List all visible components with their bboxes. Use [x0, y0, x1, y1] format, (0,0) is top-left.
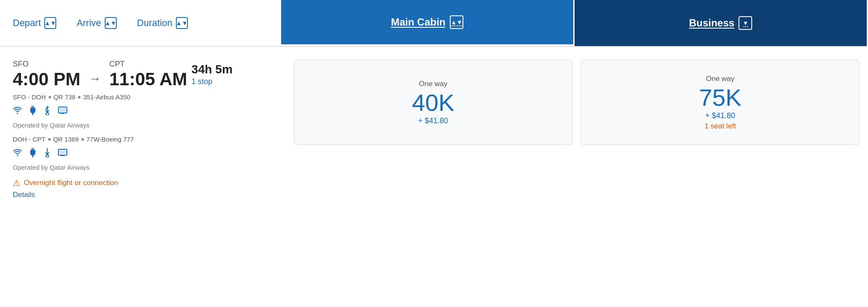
- svg-rect-11: [32, 155, 34, 157]
- svg-point-12: [46, 155, 49, 157]
- segment1-operator: Operated by Qatar Airways: [13, 122, 285, 129]
- business-price-card[interactable]: One way 75K + $41.80 1 seat left: [581, 60, 859, 145]
- svg-rect-2: [32, 113, 34, 115]
- depart-sort-button[interactable]: Depart ▲▼: [13, 17, 56, 29]
- power-icon: [29, 106, 37, 117]
- depart-airport: SFO: [13, 60, 80, 69]
- segment1-amenities: [13, 106, 285, 117]
- segment1-route: SFO - DOH: [13, 93, 46, 101]
- segment1-aircraft: 351-Airbus A350: [83, 93, 130, 101]
- business-cash: + $41.80: [705, 111, 736, 120]
- segment2-wifi-icon: [13, 149, 22, 159]
- arrive-time: 11:05 AM: [109, 70, 187, 89]
- price-cards: One way 40K + $41.80 One way 75K + $41.8…: [294, 60, 868, 145]
- segment2-amenities: [13, 148, 285, 159]
- business-tab[interactable]: Business ▼: [575, 0, 868, 46]
- depart-block: SFO 4:00 PM: [13, 60, 80, 89]
- warning-triangle-icon: ⚠: [13, 178, 20, 188]
- arrive-airport: CPT: [109, 60, 187, 69]
- arrive-sort-icon: ▲▼: [105, 17, 117, 29]
- svg-rect-15: [61, 155, 64, 156]
- main-cabin-text: Main Cabin: [391, 16, 445, 28]
- flight-info: SFO 4:00 PM → CPT 11:05 AM 34h 5m 1 stop…: [13, 60, 294, 199]
- depart-sort-icon: ▲▼: [44, 17, 56, 29]
- main-cabin-cash: + $41.80: [418, 116, 448, 125]
- segment2-route-info: DOH - CPT QR 1369 77W-Boeing 777: [13, 136, 285, 143]
- main-cabin-price-card[interactable]: One way 40K + $41.80: [294, 60, 572, 145]
- svg-rect-8: [61, 113, 64, 114]
- business-miles: 75K: [699, 86, 742, 110]
- flight-results-container: Depart ▲▼ Arrive ▲▼ Duration ▲▼ Main Cab…: [0, 0, 868, 307]
- depart-time: 4:00 PM: [13, 70, 80, 89]
- main-cabin-one-way: One way: [419, 80, 447, 88]
- arrive-sort-label: Arrive: [77, 17, 101, 29]
- business-one-way: One way: [706, 75, 734, 83]
- duration-sort-icon: ▲▼: [176, 17, 188, 29]
- business-seats-left: 1 seat left: [704, 122, 736, 130]
- header-row: Depart ▲▼ Arrive ▲▼ Duration ▲▼ Main Cab…: [0, 0, 868, 47]
- business-text: Business: [689, 17, 735, 29]
- business-label: Business ▼: [689, 16, 753, 30]
- svg-point-3: [46, 113, 49, 115]
- arrow-icon: →: [89, 72, 101, 86]
- segment2-usb-icon: [43, 148, 51, 159]
- dot2: [78, 96, 80, 98]
- wifi-icon: [13, 107, 22, 116]
- main-cabin-sort-icon: ▲▼: [450, 15, 463, 29]
- dot1: [49, 96, 51, 98]
- duration-block: 34h 5m 1 stop: [192, 63, 233, 86]
- duration-sort-button[interactable]: Duration ▲▼: [137, 17, 188, 29]
- duration-sort-label: Duration: [137, 17, 172, 29]
- svg-rect-5: [47, 107, 49, 108]
- segment2-aircraft: 77W-Boeing 777: [86, 136, 134, 143]
- arrive-block: CPT 11:05 AM: [109, 60, 187, 89]
- main-cabin-tab[interactable]: Main Cabin ▲▼: [281, 0, 575, 46]
- arrive-sort-button[interactable]: Arrive ▲▼: [77, 17, 116, 29]
- overnight-text: Overnight flight or connection: [24, 179, 118, 187]
- business-sort-icon: ▼: [739, 16, 752, 30]
- duration-value: 34h 5m: [192, 63, 233, 76]
- segment2-operator: Operated by Qatar Airways: [13, 164, 285, 171]
- usb-icon: [43, 106, 51, 117]
- depart-sort-label: Depart: [13, 17, 41, 29]
- svg-rect-7: [59, 108, 66, 112]
- svg-rect-4: [46, 108, 47, 109]
- segment2-entertainment-icon: [58, 149, 67, 159]
- overnight-warning: ⚠ Overnight flight or connection: [13, 178, 285, 188]
- entertainment-icon: [58, 107, 67, 116]
- segment1-route-info: SFO - DOH QR 738 351-Airbus A350: [13, 93, 285, 101]
- segment2-route: DOH - CPT: [13, 136, 46, 143]
- segment1-flight-number: QR 738: [54, 93, 76, 101]
- svg-rect-14: [59, 150, 66, 154]
- flight-times: SFO 4:00 PM → CPT 11:05 AM 34h 5m 1 stop: [13, 60, 285, 89]
- sort-controls: Depart ▲▼ Arrive ▲▼ Duration ▲▼: [0, 0, 281, 46]
- content-row: SFO 4:00 PM → CPT 11:05 AM 34h 5m 1 stop…: [0, 47, 868, 307]
- stops-value: 1 stop: [192, 77, 233, 86]
- details-link[interactable]: Details: [13, 191, 285, 199]
- main-cabin-label: Main Cabin ▲▼: [391, 15, 463, 29]
- segment2-power-icon: [29, 148, 37, 159]
- segment2-flight-number: QR 1369: [53, 136, 79, 143]
- dot3: [48, 138, 51, 141]
- dot4: [81, 138, 84, 141]
- main-cabin-miles: 40K: [412, 91, 454, 115]
